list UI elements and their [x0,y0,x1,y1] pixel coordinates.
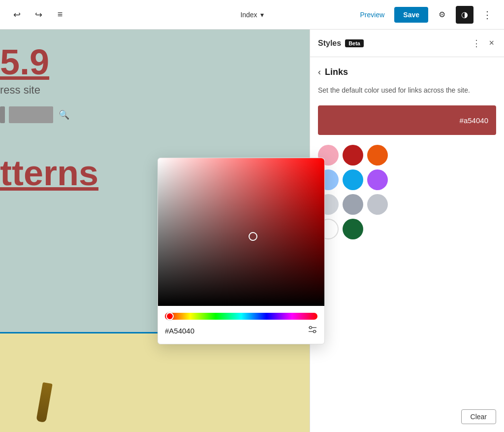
hue-slider[interactable] [165,313,317,320]
hue-slider-container [158,306,324,320]
panel-title: Styles [318,39,341,48]
swatch-grid [318,145,496,239]
svg-point-3 [314,331,316,333]
swatch-dark-green[interactable] [343,219,363,239]
styles-panel: Styles Beta ⋮ × ‹ Links Set the default … [310,30,504,432]
canvas-version-number: 5.9 [0,44,310,80]
color-hex-display: #a54040 [460,116,488,125]
hex-row: #A54040 [158,320,324,336]
page-title-label: Index [240,11,257,19]
undo-icon: ↩ [13,9,21,20]
search-icon: 🔍 [57,108,71,122]
swatch-blue[interactable] [343,169,363,190]
toolbar: ↩ ↪ ≡ Index ▾ Preview Save ⚙ ◑ ⋮ [0,0,504,30]
swatch-orange[interactable] [367,145,388,166]
redo-icon: ↪ [35,9,42,20]
canvas-search-row: 🔍 [0,106,310,123]
preview-button[interactable]: Preview [355,8,390,22]
hex-value: #A54040 [165,327,194,335]
menu-button[interactable]: ≡ [51,6,69,24]
contrast-button[interactable]: ◑ [456,6,473,24]
menu-icon: ≡ [58,9,63,20]
swatch-medium-gray[interactable] [367,194,388,215]
color-picker-popup: #A54040 [158,158,325,344]
swatch-purple[interactable] [367,169,388,190]
color-preview-bar[interactable]: #a54040 [318,105,496,135]
svg-point-1 [310,327,312,329]
back-row: ‹ Links [318,67,496,77]
main-area: 5.9 ress site 🔍 tterns + Styles Beta ⋮ × [0,30,504,432]
canvas-subtitle: ress site [0,84,310,97]
back-button[interactable]: ‹ [318,67,321,77]
more-options-button[interactable]: ⋮ [478,6,496,24]
adjust-options-button[interactable] [308,326,317,336]
save-button[interactable]: Save [394,7,428,23]
gear-icon: ⚙ [439,10,445,19]
picker-cursor[interactable] [249,232,257,241]
panel-more-button[interactable]: ⋮ [470,36,483,51]
chevron-down-icon: ▾ [260,11,264,19]
clear-button-area: Clear [461,409,496,424]
panel-close-button[interactable]: × [487,36,496,50]
undo-button[interactable]: ↩ [8,6,26,24]
gradient-dark [158,158,324,306]
page-title-button[interactable]: Index ▾ [240,11,263,19]
redo-button[interactable]: ↪ [30,6,47,24]
section-description: Set the default color used for links acr… [318,85,496,96]
contrast-icon: ◑ [461,10,468,19]
more-icon: ⋮ [482,9,492,21]
toolbar-right: Preview Save ⚙ ◑ ⋮ [355,6,497,24]
panel-header-actions: ⋮ × [470,36,496,51]
beta-badge: Beta [345,39,364,47]
panel-body: ‹ Links Set the default color used for l… [310,57,504,432]
color-gradient-area[interactable] [158,158,324,306]
sliders-icon [308,326,317,333]
canvas-search-input-placeholder [9,106,53,123]
hue-thumb[interactable] [166,312,174,320]
clear-button[interactable]: Clear [461,409,496,424]
section-title: Links [325,67,348,77]
settings-button[interactable]: ⚙ [433,6,451,24]
toolbar-center: Index ▾ [240,11,263,19]
swatch-gray[interactable] [343,194,363,215]
canvas-search-bar [0,106,5,123]
panel-header: Styles Beta ⋮ × [310,30,504,57]
toolbar-left: ↩ ↪ ≡ [8,6,69,24]
swatch-red[interactable] [343,145,363,166]
